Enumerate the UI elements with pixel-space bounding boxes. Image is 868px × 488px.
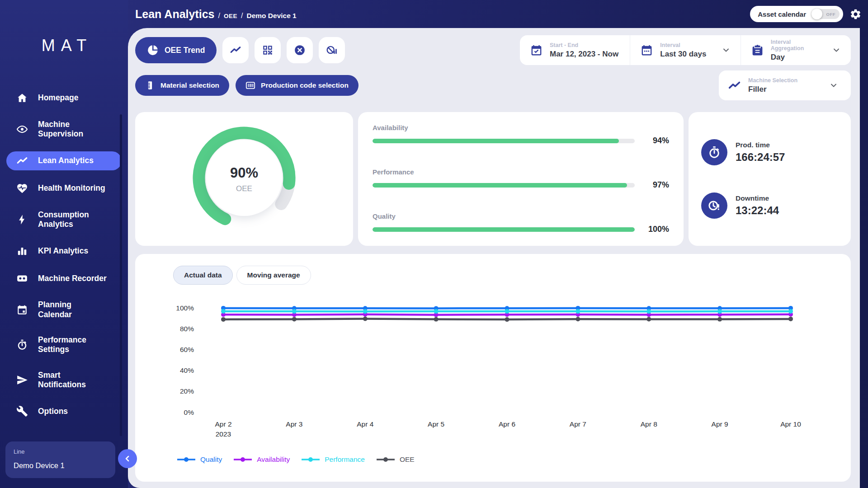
svg-text:Apr 4: Apr 4 [357, 420, 373, 428]
toggle-track[interactable]: OFF [811, 9, 840, 19]
legend-item-availability[interactable]: Availability [233, 455, 290, 464]
sidebar-item-machine-supervision[interactable]: Machine Supervision [6, 116, 122, 143]
legend-label: Performance [325, 455, 365, 464]
sidebar-item-homepage[interactable]: Homepage [6, 89, 122, 108]
legend-item-oee[interactable]: OEE [376, 455, 415, 464]
sidebar-item-kpi-analytics[interactable]: KPI Analytics [6, 241, 122, 260]
interval-filter[interactable]: Interval Last 30 days [630, 35, 740, 65]
svg-text:40%: 40% [180, 366, 194, 374]
performance-bar-row: Performance 97% [373, 168, 669, 190]
availability-bar-fill [373, 139, 619, 143]
svg-text:Apr 6: Apr 6 [499, 420, 515, 428]
availability-line-marker [233, 457, 253, 462]
sidebar-scrollbar[interactable] [120, 114, 122, 436]
tab-actual-data[interactable]: Actual data [173, 266, 233, 285]
breadcrumb-device[interactable]: Demo Device 1 [246, 12, 296, 20]
sidebar-item-lean-analytics[interactable]: Lean Analytics [6, 151, 122, 170]
availability-value: 94% [643, 136, 669, 145]
qr-grid-icon [262, 44, 274, 56]
oee-trend-line-chart: 100%80%60%40%20%0%Apr 22023Apr 3Apr 4Apr… [149, 287, 831, 443]
sidebar-item-machine-recorder[interactable]: Machine Recorder [6, 269, 122, 288]
sidebar-item-label: Smart Notifications [38, 371, 86, 390]
line-device-panel[interactable]: Line Demo Device 1 [5, 441, 115, 478]
performance-bar-track [373, 183, 635, 188]
material-selection-label: Material selection [160, 81, 219, 89]
view-oee-trend-label: OEE Trend [165, 46, 205, 55]
wrench-icon [16, 405, 28, 417]
top-bar: Lean Analytics / OEE / Demo Device 1 Ass… [128, 0, 868, 28]
sidebar-item-label: Performance Settings [38, 335, 86, 355]
sidebar-item-performance-settings[interactable]: Performance Settings [6, 332, 122, 358]
view-losses-button[interactable] [319, 37, 345, 63]
sidebar-item-label: Lean Analytics [38, 156, 94, 165]
svg-text:0%: 0% [184, 408, 194, 416]
svg-text:Apr 9: Apr 9 [712, 420, 728, 428]
sidebar-collapse-button[interactable] [118, 449, 137, 468]
toggle-knob [811, 9, 822, 19]
sidebar-item-smart-notifications[interactable]: Smart Notifications [6, 367, 122, 394]
tab-moving-average[interactable]: Moving average [236, 266, 311, 285]
calendar-dots-icon [640, 44, 653, 57]
quality-bar-track [373, 227, 635, 232]
sidebar-item-label: Health Monitoring [38, 183, 105, 193]
trend-icon [728, 79, 741, 92]
view-oee-trend-button[interactable]: OEE Trend [135, 37, 217, 63]
aggregation-value: Day [771, 53, 825, 62]
legend-item-quality[interactable]: Quality [176, 455, 222, 464]
gauge-bars-icon [326, 44, 338, 56]
heart-pulse-icon [16, 183, 28, 194]
chart-mode-tabs: Actual data Moving average [173, 266, 837, 285]
machine-selection-dropdown[interactable]: Machine Selection Filler [719, 70, 851, 100]
production-code-selection-button[interactable]: Production code selection [236, 75, 359, 96]
clock-alert-icon [708, 199, 721, 212]
start-end-value: Mar 12, 2023 - Now [550, 50, 618, 59]
aggregation-filter[interactable]: Interval Aggregation Day [741, 35, 851, 65]
bar-chart-icon [16, 245, 28, 257]
legend-item-performance[interactable]: Performance [301, 455, 365, 464]
view-stops-button[interactable] [287, 37, 313, 63]
view-trend-button[interactable] [222, 37, 249, 63]
sidebar-item-consumption-analytics[interactable]: Consumption Analytics [6, 206, 122, 233]
logo-text: MAT [41, 36, 92, 55]
start-end-filter[interactable]: Start - End Mar 12, 2023 - Now [520, 35, 630, 65]
chart-area: 100%80%60%40%20%0%Apr 22023Apr 3Apr 4Apr… [149, 287, 837, 445]
breadcrumb-oee[interactable]: OEE [224, 13, 237, 19]
barcode-icon [245, 80, 255, 90]
svg-text:2023: 2023 [216, 430, 231, 438]
sidebar-item-label: Homepage [38, 93, 78, 103]
calendar-icon [16, 304, 28, 316]
interval-label: Interval [660, 42, 706, 48]
line-label: Line [14, 448, 107, 455]
interval-value: Last 30 days [660, 50, 706, 59]
page-title: Lean Analytics [135, 8, 215, 21]
brand-logo: MAT [0, 12, 128, 80]
legend-label: OEE [400, 455, 415, 464]
quality-label: Quality [373, 212, 669, 220]
sidebar-item-options[interactable]: Options [6, 402, 122, 421]
chart-legend: Quality Availability Performance OEE [176, 455, 415, 464]
stopwatch-icon [708, 145, 721, 159]
chevron-down-icon [832, 46, 841, 55]
performance-label: Performance [373, 168, 669, 176]
legend-label: Availability [257, 455, 290, 464]
sidebar: MAT Homepage Machine Supervision Lean An… [0, 0, 128, 488]
times-card: Prod. time 166:24:57 Downtime 13:22:44 [689, 112, 851, 246]
svg-text:Apr 10: Apr 10 [780, 420, 801, 428]
chevron-down-icon [722, 46, 731, 55]
performance-bar-fill [373, 183, 627, 188]
quality-bar-row: Quality 100% [373, 212, 669, 234]
view-toolbar: OEE Trend Start - End Mar 12, 2023 - Now [135, 35, 851, 65]
material-selection-button[interactable]: Material selection [135, 75, 229, 96]
gear-icon[interactable] [849, 8, 862, 20]
machine-selection-label: Machine Selection [748, 77, 797, 84]
view-matrix-button[interactable] [255, 37, 281, 63]
sidebar-item-planning-calendar[interactable]: Planning Calendar [6, 296, 122, 323]
x-circle-icon [294, 44, 306, 56]
availability-bar-row: Availability 94% [373, 124, 669, 145]
calendar-check-icon [530, 44, 543, 57]
asset-calendar-toggle[interactable]: Asset calendar OFF [750, 6, 843, 22]
stopwatch-icon [16, 339, 28, 351]
downtime-label: Downtime [736, 194, 779, 202]
start-end-label: Start - End [550, 42, 618, 48]
sidebar-item-health-monitoring[interactable]: Health Monitoring [6, 179, 122, 198]
